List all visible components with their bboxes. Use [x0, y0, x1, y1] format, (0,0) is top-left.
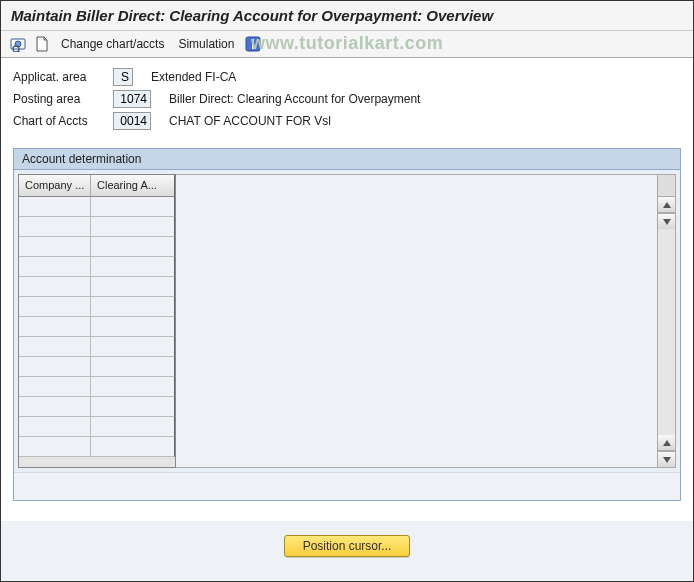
position-cursor-button[interactable]: Position cursor...: [284, 535, 411, 557]
scroll-up2-icon[interactable]: [658, 435, 675, 451]
scroll-track[interactable]: [658, 229, 675, 435]
posting-area-input[interactable]: [113, 90, 151, 108]
table-row[interactable]: [19, 277, 175, 297]
table-row[interactable]: [19, 397, 175, 417]
svg-line-3: [18, 51, 21, 52]
scroll-up-icon[interactable]: [658, 197, 675, 213]
data-grid[interactable]: Company ... Clearing A...: [18, 174, 176, 468]
watermark: www.tutorialkart.com: [251, 33, 443, 54]
account-determination-group: Account determination Company ... Cleari…: [13, 148, 681, 501]
col-company[interactable]: Company ...: [19, 175, 91, 197]
grid-empty-area: [176, 174, 658, 468]
table-row[interactable]: [19, 317, 175, 337]
page-title: Maintain Biller Direct: Clearing Account…: [11, 7, 493, 24]
table-row[interactable]: [19, 257, 175, 277]
chart-accts-label: Chart of Accts: [13, 114, 113, 128]
scroll-corner: [658, 175, 675, 197]
preview-icon[interactable]: [9, 35, 27, 53]
table-row[interactable]: [19, 417, 175, 437]
applicat-area-desc: Extended FI-CA: [151, 70, 236, 84]
posting-area-label: Posting area: [13, 92, 113, 106]
table-row[interactable]: [19, 297, 175, 317]
table-row[interactable]: [19, 377, 175, 397]
header-fields: Applicat. area Extended FI-CA Posting ar…: [1, 58, 693, 140]
scroll-down2-icon[interactable]: [658, 451, 675, 467]
title-bar: Maintain Biller Direct: Clearing Account…: [1, 1, 693, 31]
chart-accts-desc: CHAT OF ACCOUNT FOR Vsl: [169, 114, 331, 128]
change-chart-button[interactable]: Change chart/accts: [57, 37, 168, 51]
table-row[interactable]: [19, 197, 175, 217]
footer: Position cursor...: [1, 521, 693, 581]
col-clearing[interactable]: Clearing A...: [91, 175, 175, 197]
chart-accts-input[interactable]: [113, 112, 151, 130]
scroll-down-icon[interactable]: [658, 213, 675, 229]
simulation-button[interactable]: Simulation: [174, 37, 238, 51]
toolbar: Change chart/accts Simulation www.tutori…: [1, 31, 693, 58]
applicat-area-label: Applicat. area: [13, 70, 113, 84]
posting-area-desc: Biller Direct: Clearing Account for Over…: [169, 92, 420, 106]
table-row[interactable]: [19, 237, 175, 257]
table-row[interactable]: [19, 357, 175, 377]
applicat-area-input[interactable]: [113, 68, 133, 86]
table-row[interactable]: [19, 437, 175, 457]
new-icon[interactable]: [33, 35, 51, 53]
group-title: Account determination: [14, 149, 680, 170]
table-row[interactable]: [19, 217, 175, 237]
vertical-scrollbar[interactable]: [658, 174, 676, 468]
table-row[interactable]: [19, 337, 175, 357]
